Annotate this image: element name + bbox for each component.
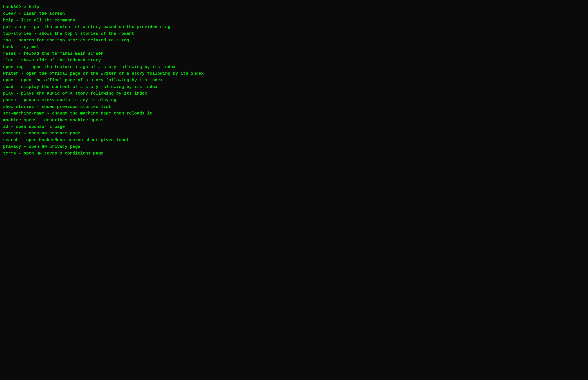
command-line-21: terms - open HN terms & conditions page: [3, 150, 585, 157]
command-line-13: pause - pauses story audio is any is pla…: [3, 97, 585, 103]
terminal-container: hack302 > help: [3, 4, 585, 10]
command-line-11: read - display the content of a story fo…: [3, 84, 585, 90]
command-line-14: show-stories - shows previous stories li…: [3, 103, 585, 110]
command-line-19: search - open HackerNoon search about gi…: [3, 137, 585, 143]
command-line-17: ad - open sponsor's page: [3, 123, 585, 130]
command-line-6: reset - reload the terminal main screen: [3, 50, 585, 57]
command-line-18: contact - open HN contact page: [3, 130, 585, 137]
command-line-7: tldr - shows tldr of the indexed story: [3, 57, 585, 63]
command-line-5: hack - try me!: [3, 43, 585, 50]
command-line-9: writer - open the offical page of the wr…: [3, 70, 585, 77]
command-line-10: open - open the offical page of a story …: [3, 77, 585, 83]
command-line-8: open-img - open the feature image of a s…: [3, 64, 585, 70]
prompt-line: hack302 > help: [3, 4, 585, 10]
command-line-20: privacy - open HN privacy page: [3, 143, 585, 150]
command-line-3: top-stories - shows the top 5 stories of…: [3, 30, 585, 37]
command-line-4: tag - search for the top stories related…: [3, 37, 585, 43]
command-line-2: get-story - get the content of a story b…: [3, 24, 585, 30]
command-list: clear - clear the screenhelp - list all …: [3, 10, 585, 157]
command-line-1: help - list all the commands: [3, 17, 585, 24]
command-line-16: machine-specs - describes machine specs: [3, 117, 585, 123]
command-line-0: clear - clear the screen: [3, 10, 585, 17]
command-line-12: play - plays the audio of a story follow…: [3, 90, 585, 97]
command-line-15: set-machine-name - change the machine na…: [3, 110, 585, 117]
